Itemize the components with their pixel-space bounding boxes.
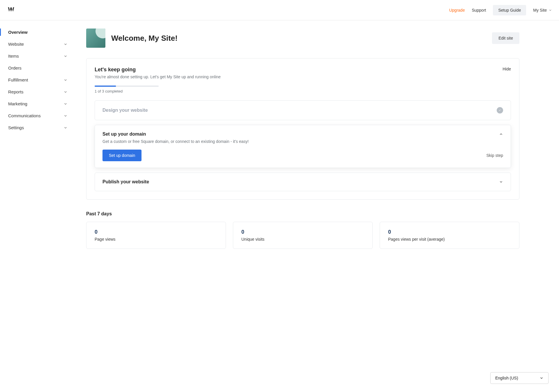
- sidebar-item-website[interactable]: Website: [0, 38, 76, 50]
- stat-page-views[interactable]: 0 Page views: [86, 222, 226, 249]
- step-title: Publish your website: [102, 179, 149, 185]
- stats-row: 0 Page views 0 Unique visits 0 Pages vie…: [86, 222, 519, 249]
- support-link[interactable]: Support: [472, 8, 486, 13]
- stat-value: 0: [241, 229, 364, 235]
- weebly-logo[interactable]: [7, 6, 15, 15]
- progress-fill: [95, 86, 116, 87]
- progress-text: 1 of 3 completed: [95, 89, 511, 93]
- chevron-down-icon: [63, 90, 68, 94]
- chevron-down-icon: [549, 8, 552, 12]
- step-publish[interactable]: Publish your website: [95, 173, 511, 191]
- sidebar-item-overview[interactable]: Overview: [0, 26, 76, 38]
- main-content: Welcome, My Site! Edit site Let's keep g…: [76, 20, 530, 266]
- stat-views-per-visit[interactable]: 0 Pages views per visit (average): [380, 222, 519, 249]
- sidebar-item-label: Communications: [8, 113, 41, 118]
- step-design[interactable]: Design your website: [95, 100, 511, 120]
- sidebar-item-marketing[interactable]: Marketing: [0, 98, 76, 110]
- chevron-up-icon[interactable]: [499, 132, 503, 136]
- step-title: Set up your domain: [102, 132, 146, 137]
- setup-title: Let's keep going: [95, 67, 221, 73]
- page-title: Welcome, My Site!: [111, 34, 178, 43]
- setup-card: Let's keep going You're almost done sett…: [86, 58, 519, 200]
- site-dropdown-label: My Site: [533, 8, 547, 13]
- stat-value: 0: [95, 229, 217, 235]
- welcome-header: Welcome, My Site! Edit site: [86, 29, 519, 48]
- chevron-down-icon: [63, 126, 68, 130]
- setup-domain-button[interactable]: Set up domain: [102, 150, 141, 161]
- setup-subtitle: You're almost done setting up. Let's get…: [95, 75, 221, 79]
- chevron-down-icon: [499, 180, 503, 184]
- sidebar-item-communications[interactable]: Communications: [0, 110, 76, 122]
- chevron-down-icon: [63, 114, 68, 118]
- step-description: Get a custom or free Square domain, or c…: [102, 139, 503, 144]
- step-title: Design your website: [102, 108, 148, 113]
- setup-guide-button[interactable]: Setup Guide: [493, 5, 526, 15]
- upgrade-link[interactable]: Upgrade: [449, 8, 465, 13]
- topbar: Upgrade Support Setup Guide My Site: [0, 0, 559, 20]
- sidebar-item-settings[interactable]: Settings: [0, 122, 76, 134]
- sidebar-item-label: Overview: [8, 30, 28, 35]
- chevron-down-icon: [63, 102, 68, 106]
- hide-link[interactable]: Hide: [503, 67, 511, 71]
- chevron-down-icon: [63, 78, 68, 82]
- chevron-down-icon: [63, 54, 68, 58]
- sidebar-item-items[interactable]: Items: [0, 50, 76, 62]
- step-domain: Set up your domain Get a custom or free …: [95, 125, 511, 168]
- sidebar-item-label: Orders: [8, 65, 22, 70]
- sidebar-item-reports[interactable]: Reports: [0, 86, 76, 98]
- topbar-right: Upgrade Support Setup Guide My Site: [449, 5, 552, 15]
- stat-label: Pages views per visit (average): [388, 237, 511, 242]
- stat-value: 0: [388, 229, 511, 235]
- sidebar-item-label: Fulfillment: [8, 77, 28, 82]
- stat-label: Unique visits: [241, 237, 364, 242]
- sidebar-item-label: Marketing: [8, 101, 27, 106]
- sidebar-item-fulfillment[interactable]: Fulfillment: [0, 74, 76, 86]
- edit-site-button[interactable]: Edit site: [492, 32, 519, 44]
- chevron-down-icon: [63, 42, 68, 46]
- sidebar-item-label: Website: [8, 42, 24, 47]
- sidebar-item-label: Items: [8, 54, 19, 58]
- stat-label: Page views: [95, 237, 217, 242]
- sidebar-item-label: Reports: [8, 89, 24, 94]
- site-dropdown[interactable]: My Site: [533, 8, 552, 13]
- sidebar-item-orders[interactable]: Orders: [0, 62, 76, 74]
- progress-bar: [95, 86, 159, 87]
- skip-step-link[interactable]: Skip step: [486, 153, 503, 158]
- sidebar-item-label: Settings: [8, 125, 24, 130]
- stats-title: Past 7 days: [86, 211, 519, 217]
- sidebar: Overview Website Items Orders Fulfillmen…: [0, 20, 76, 266]
- check-circle-icon: [497, 107, 503, 113]
- stat-unique-visits[interactable]: 0 Unique visits: [233, 222, 373, 249]
- site-thumbnail: [86, 29, 105, 48]
